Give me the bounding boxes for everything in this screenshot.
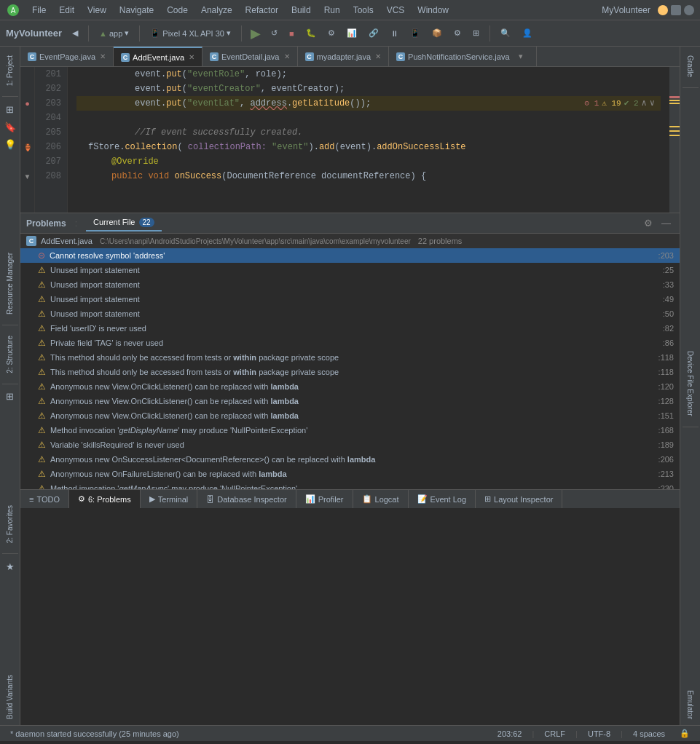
problem-row-16[interactable]: ⚠ Method invocation 'getMapAsync' may pr… (20, 481, 680, 489)
sidebar-tab-resource[interactable]: Resource Manager (3, 247, 17, 320)
pause-button[interactable]: ⏸ (386, 28, 403, 39)
stop-button[interactable]: ■ (285, 28, 299, 39)
sidebar-icon-star[interactable]: ★ (2, 558, 18, 574)
sidebar-tab-devicefile[interactable]: Device File Explorer (683, 345, 697, 422)
menu-myvolunteer[interactable]: MyVolunteer (596, 4, 656, 17)
status-indent[interactable]: 4 spaces (629, 729, 669, 738)
problem-row-15[interactable]: ⚠ Anonymous new OnFailureListener() can … (20, 467, 680, 481)
tab-myadapter[interactable]: C myadapter.java ✕ (298, 47, 390, 67)
problem-row-6[interactable]: ⚠ Private field 'TAG' is never used :86 (20, 336, 680, 350)
problem-line-4: :50 (663, 309, 674, 318)
run-button[interactable]: ▶ (248, 24, 264, 43)
device-manager-button[interactable]: 📱 (406, 27, 425, 39)
sidebar-tab-buildvariants[interactable]: Build Variants (3, 669, 17, 725)
problems-list[interactable]: C AddEvent.java C:\Users\nanpi\AndroidSt… (20, 234, 680, 489)
code-content[interactable]: event.put("eventRole", role); event.put(… (68, 67, 669, 213)
menu-edit[interactable]: Edit (53, 4, 80, 17)
project-arrow-button[interactable]: ◀ (68, 27, 82, 39)
menu-tools[interactable]: Tools (347, 4, 380, 17)
panel-settings-button[interactable]: ⚙ (641, 216, 656, 230)
bottom-tab-eventlog[interactable]: 📝 Event Log (409, 490, 476, 509)
layout-button[interactable]: ⊞ (468, 27, 484, 39)
tab-more-button[interactable]: ▾ (513, 52, 529, 61)
problem-row-14[interactable]: ⚠ Anonymous new OnSuccessListener<Docume… (20, 452, 680, 467)
bottom-tab-problems[interactable]: ⚙ 6: Problems (69, 490, 141, 509)
menu-code[interactable]: Code (161, 4, 194, 17)
tab-close-myadapter[interactable]: ✕ (375, 52, 381, 60)
menu-vcs[interactable]: VCS (381, 4, 411, 17)
sidebar-tab-favorites[interactable]: 2: Favorites (3, 499, 17, 549)
attach-button[interactable]: 🔗 (364, 27, 383, 39)
problem-row-0[interactable]: ⊝ Cannot resolve symbol 'address' :203 (20, 248, 680, 263)
status-git-icon[interactable]: 🔒 (675, 729, 694, 738)
bottom-tab-profiler[interactable]: 📊 Profiler (296, 490, 353, 509)
sidebar-tab-emulator[interactable]: Emulator (683, 684, 697, 725)
refresh-button[interactable]: ↺ (267, 27, 282, 39)
menu-refactor[interactable]: Refactor (240, 4, 284, 17)
problem-row-2[interactable]: ⚠ Unused import statement :33 (20, 277, 680, 292)
menu-navigate[interactable]: Navigate (114, 4, 160, 17)
problem-row-1[interactable]: ⚠ Unused import statement :25 (20, 263, 680, 277)
status-linesep[interactable]: CRLF (540, 729, 570, 738)
search-button[interactable]: 🔍 (496, 27, 515, 39)
debug-button[interactable]: 🐛 (302, 27, 320, 39)
sidebar-tab-project[interactable]: 1: Project (3, 50, 17, 92)
panel-minimize-button[interactable]: — (658, 216, 674, 230)
warn-icon-6: ⚠ (38, 338, 46, 348)
problem-row-11[interactable]: ⚠ Anonymous new View.OnClickListener() c… (20, 408, 680, 423)
tab-close-eventdetail[interactable]: ✕ (284, 52, 290, 60)
tab-eventpage[interactable]: C EventPage.java ✕ (20, 47, 114, 67)
bottom-tab-terminal[interactable]: ▶ Terminal (141, 490, 198, 509)
tab-pushnotification[interactable]: C PushNotificationService.java ▾ (389, 47, 536, 67)
tab-close-eventpage[interactable]: ✕ (100, 52, 106, 60)
profile-button[interactable]: 📊 (342, 27, 361, 39)
menu-analyze[interactable]: Analyze (195, 4, 238, 17)
divider-2 (139, 25, 140, 41)
tab-eventdetail[interactable]: C EventDetail.java ✕ (202, 47, 298, 67)
problem-row-9[interactable]: ⚠ Anonymous new View.OnClickListener() c… (20, 379, 680, 394)
sidebar-icon-light[interactable]: 💡 (2, 136, 18, 152)
bottom-tab-layoutinspector[interactable]: ⊞ Layout Inspector (476, 490, 562, 509)
sidebar-tab-gradle[interactable]: Gradle (683, 50, 697, 83)
tab-addevent[interactable]: C AddEvent.java ✕ (114, 47, 202, 67)
sdk-button[interactable]: 📦 (428, 27, 447, 39)
terminal-icon: ▶ (149, 494, 155, 504)
menu-run[interactable]: Run (318, 4, 346, 17)
editor-area: C EventPage.java ✕ C AddEvent.java ✕ C E… (20, 47, 680, 725)
sidebar-icon-structure[interactable]: ⊞ (2, 101, 18, 117)
menu-window[interactable]: Window (412, 4, 455, 17)
close-button[interactable] (684, 5, 694, 15)
sidebar-tab-structure[interactable]: 2: Structure (3, 330, 17, 379)
menu-build[interactable]: Build (286, 4, 317, 17)
status-position[interactable]: 203:62 (493, 729, 527, 738)
status-encoding[interactable]: UTF-8 (583, 729, 615, 738)
warn-icon-1: ⚠ (38, 265, 46, 275)
module-selector[interactable]: ▲ app ▾ (95, 27, 133, 39)
bottom-tab-database[interactable]: 🗄 Database Inspector (197, 490, 296, 509)
bottom-tab-todo[interactable]: ≡ TODO (20, 490, 69, 509)
minimize-button[interactable] (658, 5, 668, 15)
problem-row-7[interactable]: ⚠ This method should only be accessed fr… (20, 350, 680, 365)
problem-row-3[interactable]: ⚠ Unused import statement :49 (20, 292, 680, 306)
problem-row-8[interactable]: ⚠ This method should only be accessed fr… (20, 365, 680, 379)
problem-row-12[interactable]: ⚠ Method invocation 'getDisplayName' may… (20, 423, 680, 438)
sidebar-icon-grid[interactable]: ⊞ (2, 389, 18, 405)
file-problem-count: 22 problems (418, 237, 463, 245)
menu-view[interactable]: View (82, 4, 112, 17)
device-selector[interactable]: 📱 Pixel 4 XL API 30 ▾ (146, 27, 235, 39)
panel-actions: ⚙ — (641, 216, 674, 230)
sync-button[interactable]: ⚙ (323, 27, 339, 39)
menu-file[interactable]: File (26, 4, 52, 17)
panel-tab-currentfile[interactable]: Current File 22 (86, 215, 162, 231)
settings-button[interactable]: ⚙ (449, 27, 465, 39)
sidebar-icon-bookmark[interactable]: 🔖 (2, 119, 18, 135)
maximize-button[interactable] (671, 5, 681, 15)
problem-row-5[interactable]: ⚠ Field 'userID' is never used :82 (20, 321, 680, 336)
problem-row-13[interactable]: ⚠ Variable 'skillsRequired' is never use… (20, 438, 680, 452)
tab-close-addevent[interactable]: ✕ (189, 53, 194, 61)
user-button[interactable]: 👤 (518, 27, 537, 39)
problem-row-10[interactable]: ⚠ Anonymous new View.OnClickListener() c… (20, 394, 680, 408)
problem-row-4[interactable]: ⚠ Unused import statement :50 (20, 306, 680, 321)
problems-icon: ⚙ (78, 494, 85, 504)
bottom-tab-logcat[interactable]: 📋 Logcat (353, 490, 409, 509)
